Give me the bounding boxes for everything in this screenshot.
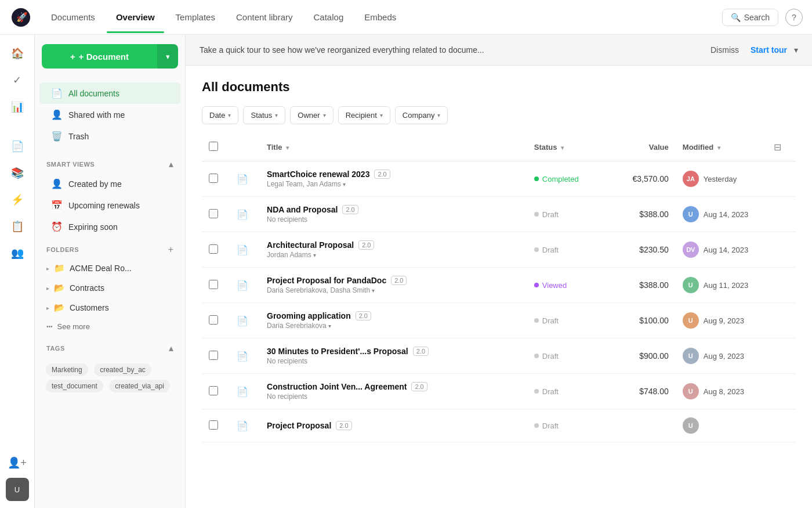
table-row[interactable]: 📄 NDA and Proposal 2.0 No recipients Dra… [202, 197, 796, 232]
filter-owner-label: Owner [298, 111, 320, 120]
doc-title-cell[interactable]: Project Proposal for PandaDoc 2.0 Daria … [260, 268, 527, 303]
sidebar-item-expiring-soon[interactable]: ⏰ Expiring soon [39, 216, 180, 237]
row-checkbox[interactable] [209, 315, 218, 325]
table-row[interactable]: 📄 Grooming application 2.0 Daria Serebri… [202, 303, 796, 338]
rail-tasks[interactable]: ✓ [6, 69, 29, 92]
banner-expand-button[interactable]: ▾ [794, 45, 798, 55]
rail-user-avatar[interactable]: U [6, 478, 29, 501]
table-config-button[interactable]: ⊟ [771, 139, 784, 155]
doc-title-cell[interactable]: NDA and Proposal 2.0 No recipients [260, 197, 527, 232]
dismiss-button[interactable]: Dismiss [706, 43, 744, 57]
tab-embeds[interactable]: Embeds [355, 8, 405, 27]
sidebar-item-shared-with-me[interactable]: 👤 Shared with me [39, 104, 180, 125]
doc-title-cell[interactable]: Architectural Proposal 2.0 Jordan Adams … [260, 232, 527, 268]
row-checkbox[interactable] [209, 420, 218, 430]
status-badge: Draft [534, 387, 610, 396]
doc-avatar: U [683, 206, 699, 222]
table-row[interactable]: 📄 SmartChoice renewal 2023 2.0 Legal Tea… [202, 161, 796, 197]
new-document-dropdown-button[interactable]: ▾ [157, 44, 178, 69]
status-header[interactable]: Status ▾ [527, 134, 617, 161]
row-checkbox[interactable] [209, 174, 218, 183]
tab-catalog[interactable]: Catalog [304, 8, 353, 27]
nav-right: 🔍 Search ? [722, 9, 803, 26]
doc-icon-cell: 📄 [230, 268, 260, 303]
filter-status[interactable]: Status ▾ [243, 106, 285, 124]
status-badge: Draft [534, 316, 610, 325]
status-text: Viewed [542, 281, 567, 290]
tags-header: TAGS ▴ [35, 336, 185, 357]
rail-lightning[interactable]: ⚡ [6, 188, 29, 211]
sidebar-item-upcoming-renewals[interactable]: 📅 Upcoming renewals [39, 194, 180, 216]
tag-test-document[interactable]: test_document [46, 380, 103, 392]
row-checkbox[interactable] [209, 280, 218, 289]
tag-created-via-api[interactable]: created_via_api [109, 380, 170, 392]
doc-title-cell[interactable]: SmartChoice renewal 2023 2.0 Legal Team,… [260, 161, 527, 197]
title-header[interactable]: Title ▾ [260, 134, 527, 161]
tab-content-library[interactable]: Content library [227, 8, 302, 27]
rail-analytics[interactable]: 📊 [6, 95, 29, 118]
table-row[interactable]: 📄 Project Proposal for PandaDoc 2.0 Dari… [202, 268, 796, 303]
modified-cell: U Aug 11, 2023 [683, 277, 758, 293]
row-checkbox[interactable] [209, 209, 218, 218]
table-row[interactable]: 📄 Construction Joint Ven... Agreement 2.… [202, 374, 796, 409]
see-more-button[interactable]: ••• See more [35, 318, 185, 336]
tags-collapse[interactable]: ▴ [169, 343, 173, 354]
filter-recipient-label: Recipient [346, 111, 377, 120]
doc-title-cell[interactable]: Grooming application 2.0 Daria Serebriak… [260, 303, 527, 338]
new-document-main-button[interactable]: + + Document [42, 44, 157, 69]
doc-subtitle: Legal Team, Jan Adams ▾ [267, 180, 520, 188]
doc-subtitle: No recipients [267, 392, 520, 401]
modified-date: Aug 9, 2023 [704, 352, 744, 361]
rail-table[interactable]: 📋 [6, 215, 29, 238]
smart-views-collapse[interactable]: ▴ [169, 158, 173, 170]
status-text: Draft [542, 316, 559, 325]
tab-documents[interactable]: Documents [42, 8, 104, 27]
sidebar-item-trash[interactable]: 🗑️ Trash [39, 125, 180, 147]
folder-label-customers: Customers [70, 303, 109, 312]
filter-date[interactable]: Date ▾ [202, 106, 238, 124]
table-row[interactable]: 📄 30 Minutes to President'...s Proposal … [202, 338, 796, 374]
tag-marketing[interactable]: Marketing [46, 363, 88, 376]
filter-recipient[interactable]: Recipient ▾ [338, 106, 390, 124]
row-checkbox[interactable] [209, 351, 218, 360]
status-badge: Draft [534, 210, 610, 219]
rail-home[interactable]: 🏠 [6, 42, 29, 65]
folder-icon-customers: 📂 [54, 302, 65, 313]
help-button[interactable]: ? [785, 9, 803, 26]
tab-templates[interactable]: Templates [166, 8, 224, 27]
rail-stack[interactable]: 📚 [6, 161, 29, 185]
rail-documents[interactable]: 📄 [6, 135, 29, 158]
folder-arrow-customers: ▸ [46, 305, 49, 311]
rail-people[interactable]: 👥 [6, 242, 29, 265]
modified-header[interactable]: Modified ▾ [676, 134, 765, 161]
doc-version-badge: 2.0 [411, 382, 427, 391]
doc-value-cell: €3,570.00 [616, 161, 675, 197]
folder-item-contracts[interactable]: ▸ 📂 Contracts [35, 278, 185, 298]
start-tour-button[interactable]: Start tour [751, 45, 787, 55]
search-button[interactable]: 🔍 Search [722, 9, 778, 26]
sidebar-item-all-documents[interactable]: 📄 All documents [39, 82, 180, 104]
table-row[interactable]: 📄 Project Proposal 2.0 Draft U [202, 409, 796, 442]
doc-title-cell[interactable]: Project Proposal 2.0 [260, 409, 527, 442]
logo[interactable]: 🚀 [9, 8, 32, 27]
doc-avatar: DV [683, 242, 699, 258]
folders-add-button[interactable]: + [168, 244, 173, 255]
doc-title-cell[interactable]: 30 Minutes to President'...s Proposal 2.… [260, 338, 527, 374]
value-header-label: Value [649, 143, 669, 152]
folder-item-customers[interactable]: ▸ 📂 Customers [35, 298, 185, 318]
doc-value: $900.00 [639, 351, 669, 361]
tab-overview[interactable]: Overview [107, 8, 164, 27]
row-checkbox[interactable] [209, 244, 218, 254]
tag-created-by-ac[interactable]: created_by_ac [94, 363, 151, 376]
rail-add-person[interactable]: 👤+ [6, 451, 29, 474]
table-row[interactable]: 📄 Architectural Proposal 2.0 Jordan Adam… [202, 232, 796, 268]
row-checkbox[interactable] [209, 386, 218, 395]
sidebar-item-created-by-me[interactable]: 👤 Created by me [39, 173, 180, 194]
select-all-checkbox[interactable] [209, 142, 218, 151]
filter-company[interactable]: Company ▾ [395, 106, 448, 124]
filter-owner[interactable]: Owner ▾ [290, 106, 333, 124]
filter-recipient-arrow: ▾ [380, 112, 383, 118]
doc-title-wrap: Grooming application 2.0 Daria Serebriak… [267, 311, 520, 330]
doc-title-cell[interactable]: Construction Joint Ven... Agreement 2.0 … [260, 374, 527, 409]
folder-item-acme[interactable]: ▸ 📁 ACME Deal Ro... [35, 258, 185, 278]
